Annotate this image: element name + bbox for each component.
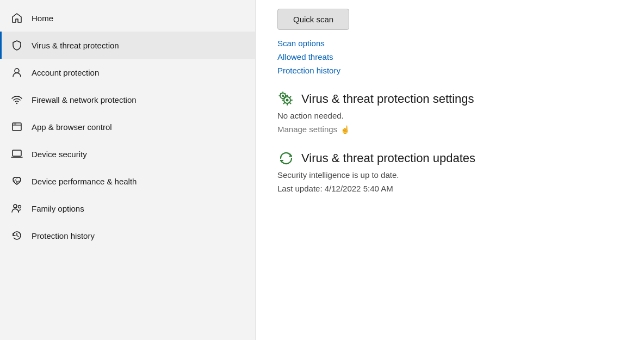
- updates-section: Virus & threat protection updates Securi…: [277, 150, 622, 193]
- sidebar-item-home[interactable]: Home: [0, 4, 255, 32]
- main-content: Quick scan Scan options Allowed threats …: [256, 0, 644, 340]
- sidebar-item-family-label: Family options: [32, 204, 84, 213]
- wifi-icon: [11, 94, 23, 106]
- updates-refresh-icon: [277, 150, 295, 167]
- manage-settings-link[interactable]: Manage settings: [277, 125, 350, 134]
- svg-point-10: [286, 99, 289, 102]
- svg-line-17: [290, 97, 291, 98]
- svg-line-24: [281, 94, 281, 94]
- heart-icon: [11, 175, 23, 187]
- svg-point-7: [14, 205, 17, 208]
- settings-section-title: Virus & threat protection settings: [301, 92, 474, 106]
- svg-point-20: [282, 95, 284, 97]
- sidebar-item-virus-threat[interactable]: Virus & threat protection: [0, 32, 255, 59]
- browser-icon: [11, 121, 23, 133]
- sidebar-item-firewall[interactable]: Firewall & network protection: [0, 86, 255, 113]
- settings-gear-icon: [277, 90, 295, 108]
- sidebar-item-app-browser[interactable]: App & browser control: [0, 113, 255, 140]
- scan-options-link[interactable]: Scan options: [277, 39, 622, 48]
- sidebar-item-home-label: Home: [32, 14, 53, 23]
- laptop-icon: [11, 148, 23, 160]
- sidebar-item-virus-label: Virus & threat protection: [32, 41, 119, 50]
- updates-last-update: Last update: 4/12/2022 5:40 AM: [277, 184, 622, 193]
- svg-line-18: [284, 103, 285, 104]
- sidebar-item-family[interactable]: Family options: [0, 195, 255, 222]
- person-icon: [11, 66, 23, 78]
- svg-point-1: [16, 103, 17, 104]
- quick-scan-button[interactable]: Quick scan: [277, 9, 349, 30]
- sidebar-item-account-label: Account protection: [32, 68, 99, 77]
- sidebar-item-device-perf-label: Device performance & health: [32, 177, 137, 186]
- settings-section-status: No action needed.: [277, 111, 622, 120]
- sidebar-item-firewall-label: Firewall & network protection: [32, 95, 137, 104]
- sidebar-item-prot-history-label: Protection history: [32, 231, 95, 240]
- svg-point-8: [18, 206, 21, 208]
- svg-point-4: [14, 123, 15, 125]
- svg-line-25: [285, 94, 286, 94]
- svg-point-5: [15, 123, 16, 125]
- sidebar: Home Virus & threat protection Account p…: [0, 0, 256, 340]
- svg-rect-6: [13, 150, 21, 156]
- svg-point-0: [15, 69, 19, 73]
- updates-section-status: Security intelligence is up to date.: [277, 170, 622, 180]
- protection-history-link[interactable]: Protection history: [277, 66, 622, 75]
- home-icon: [11, 12, 23, 24]
- svg-line-16: [290, 103, 291, 104]
- updates-section-title: Virus & threat protection updates: [301, 151, 475, 165]
- allowed-threats-link[interactable]: Allowed threats: [277, 52, 622, 61]
- settings-section: Virus & threat protection settings No ac…: [277, 90, 622, 134]
- sidebar-item-device-performance[interactable]: Device performance & health: [0, 168, 255, 195]
- history-icon: [11, 230, 23, 242]
- sidebar-item-device-security[interactable]: Device security: [0, 140, 255, 168]
- updates-section-header: Virus & threat protection updates: [277, 150, 622, 167]
- settings-section-header: Virus & threat protection settings: [277, 90, 622, 108]
- sidebar-item-protection-history[interactable]: Protection history: [0, 222, 255, 249]
- sidebar-item-device-security-label: Device security: [32, 150, 87, 159]
- people-icon: [11, 202, 23, 214]
- shield-icon: [11, 39, 23, 51]
- svg-line-15: [284, 97, 285, 98]
- sidebar-item-app-browser-label: App & browser control: [32, 122, 112, 132]
- sidebar-item-account[interactable]: Account protection: [0, 59, 255, 86]
